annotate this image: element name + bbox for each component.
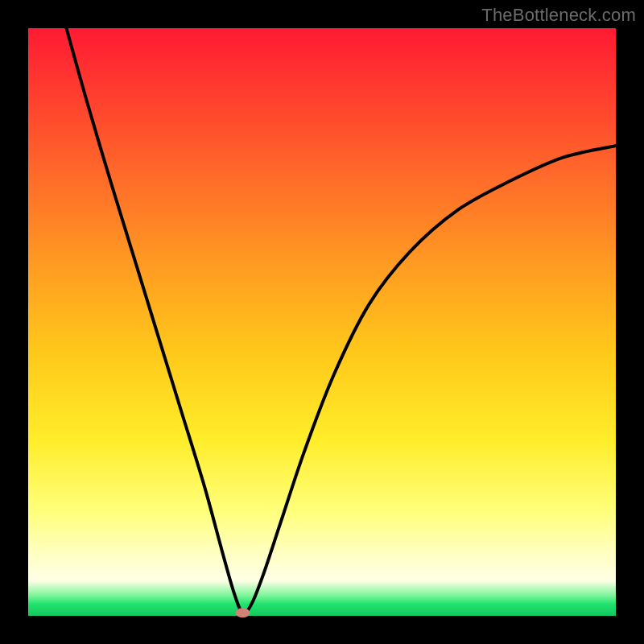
plot-area: [28, 28, 616, 616]
minimum-marker: [235, 608, 250, 617]
bottleneck-curve: [66, 28, 616, 613]
outer-frame: TheBottleneck.com: [0, 0, 644, 644]
curve-svg: [28, 28, 616, 616]
watermark-text: TheBottleneck.com: [481, 5, 636, 26]
